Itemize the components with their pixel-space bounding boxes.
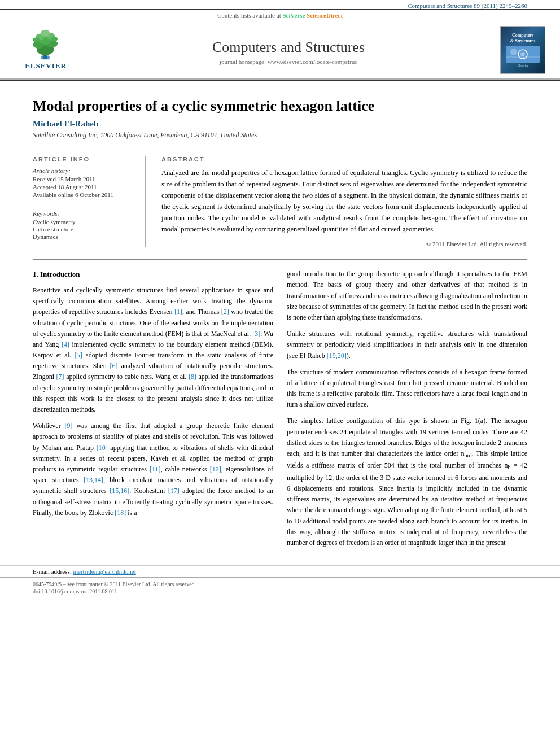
svg-point-9 [51,37,58,41]
journal-homepage: journal homepage: www.elsevier.com/locat… [82,58,495,65]
info-divider [33,204,136,204]
ref-1[interactable]: [1] [174,308,182,316]
keyword-3: Dynamics [33,233,136,240]
ref-17[interactable]: [17] [168,487,180,495]
contents-available: Contents lists available at SciVerse Sci… [0,10,560,20]
article-info-heading: ARTICLE INFO [33,156,136,163]
journal-title-area: Computers and Structures journal homepag… [82,36,495,65]
article-author: Michael El-Raheb [33,119,527,129]
ref-13-14[interactable]: [13,14] [84,476,103,484]
body-left-column: 1. Introduction Repetitive and cyclicall… [33,269,273,554]
ref-7[interactable]: [7] [56,373,64,381]
abstract-heading: ABSTRACT [161,156,527,163]
body-columns: 1. Introduction Repetitive and cyclicall… [33,269,527,554]
ref-11[interactable]: [11] [150,465,161,473]
body-para-4: Unlike structures with rotational symmet… [287,329,527,361]
elsevier-label: ELSEVIER [25,62,67,71]
cover-title-text: Computers& Structures [510,33,536,43]
ref-2[interactable]: [2] [221,308,229,316]
citation-text: Computers and Structures 89 (2011) 2249–… [408,2,527,9]
email-footnote-area: E-mail address: mertrident@earthlink.net [0,565,560,577]
elsevier-tree-icon [26,29,65,60]
article-title: Modal properties of a cyclic symmetric h… [33,97,527,115]
body-para-6: The simplest lattice configuration of th… [287,416,527,548]
sciverse-link[interactable]: SciVerse ScienceDirect [282,12,343,19]
ref-6[interactable]: [6] [110,362,118,370]
body-para-1: Repetitive and cyclically symmetric stru… [33,285,273,415]
citation-bar: Computers and Structures 89 (2011) 2249–… [0,0,560,9]
ref-4[interactable]: [4] [62,340,69,348]
cover-subtitle: Elsevier [517,64,528,67]
svg-point-8 [33,37,40,42]
svg-point-7 [41,30,50,37]
section-1-heading: Introduction [40,270,80,278]
body-right-column: good introduction to the group theoretic… [287,269,527,554]
journal-title: Computers and Structures [82,39,495,56]
svg-rect-10 [41,56,50,60]
cover-image-graphic [506,46,540,63]
keyword-2: Lattice structure [33,226,136,233]
abstract-column: ABSTRACT Analyzed are the modal properti… [161,156,527,247]
body-divider [33,259,527,260]
ref-12[interactable]: [12] [210,465,221,473]
article-meta-section: ARTICLE INFO Article history: Received 1… [33,150,527,247]
ref-3[interactable]: [3] [252,330,260,338]
article-info-column: ARTICLE INFO Article history: Received 1… [33,156,146,247]
body-para-5: The structure of modern communication re… [287,367,527,410]
ref-8[interactable]: [8] [189,373,196,381]
copyright-notice: © 2011 Elsevier Ltd. All rights reserved… [161,241,527,247]
body-para-3: good introduction to the group theoretic… [287,269,527,323]
section-1-title: 1. Introduction [33,269,273,281]
body-para-2: Wohliever [9] was among the first that a… [33,421,273,518]
journal-cover-area: Computers& Structures Elsevier [495,26,551,74]
ref-15-16[interactable]: [15,16] [110,487,129,495]
history-label: Article history: [33,167,136,174]
keywords-label: Keywords: [33,210,136,217]
email-link[interactable]: mertrident@earthlink.net [73,568,135,575]
journal-cover-image: Computers& Structures Elsevier [500,26,545,74]
section-1-number: 1. [33,270,40,278]
article-affiliation: Satellite Consulting Inc, 1000 Oakforest… [33,131,527,139]
abstract-text: Analyzed are the modal properties of a h… [161,167,527,235]
ref-19-20[interactable]: [19,20] [327,352,347,360]
elsevier-logo-area: ELSEVIER [9,29,82,71]
ref-9[interactable]: [9] [65,422,73,430]
ref-5[interactable]: [5] [75,351,82,359]
online-date: Available online 6 October 2011 [33,191,136,198]
footer-doi: doi:10.1016/j.compstruc.2011.08.011 [33,588,527,595]
email-label: E-mail address: [33,568,72,575]
footer-copyright: 0045-7949/$ – see front matter © 2011 El… [33,581,527,587]
svg-point-13 [520,52,525,56]
ref-18[interactable]: [18] [115,509,126,517]
keyword-1: Cyclic symmetry [33,219,136,225]
ref-10[interactable]: [10] [97,444,108,452]
accepted-date: Accepted 18 August 2011 [33,184,136,190]
received-date: Received 15 March 2011 [33,176,136,182]
page-footer: 0045-7949/$ – see front matter © 2011 El… [0,577,560,599]
